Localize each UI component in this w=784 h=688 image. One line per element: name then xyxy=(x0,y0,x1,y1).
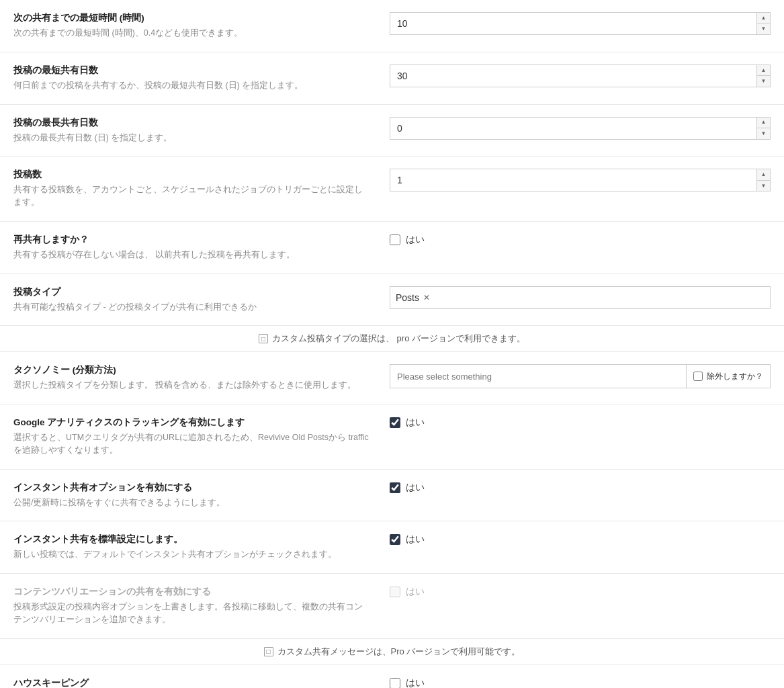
taxonomy-desc: 選択した投稿タイプを分類します。 投稿を含める、または除外するときに使用します。 xyxy=(13,379,369,392)
max-share-days-label-group: 投稿の最長共有日数 投稿の最長共有日数 (日) を指定します。 xyxy=(13,117,390,144)
min-share-days-input[interactable] xyxy=(390,64,771,87)
google-analytics-control: はい xyxy=(390,417,771,429)
min-time-desc: 次の共有までの最短時間 (時間)、0.4なども使用できます。 xyxy=(13,27,369,40)
google-analytics-checkbox-wrap: はい xyxy=(390,417,425,429)
housekeeping-checkbox-wrap: はい xyxy=(390,677,425,689)
reshare-row: 再共有しますか？ 共有する投稿が存在しない場合は、 以前共有した投稿を再共有しま… xyxy=(0,222,784,274)
instant-share-default-label-group: インスタント共有を標準設定にします。 新しい投稿では、デフォルトでインスタント共… xyxy=(13,533,390,561)
reshare-desc: 共有する投稿が存在しない場合は、 以前共有した投稿を再共有します。 xyxy=(13,249,369,261)
min-share-days-spinner: ▲ ▼ xyxy=(756,65,770,87)
max-share-days-control: ▲ ▼ xyxy=(390,117,771,140)
exclude-label[interactable]: 除外しますか？ xyxy=(707,371,763,382)
min-time-control: ▲ ▼ xyxy=(390,12,771,35)
max-share-days-row: 投稿の最長共有日数 投稿の最長共有日数 (日) を指定します。 ▲ ▼ xyxy=(0,105,784,157)
min-time-title: 次の共有までの最短時間 (時間) xyxy=(13,12,369,24)
max-share-days-up-btn[interactable]: ▲ xyxy=(757,118,770,129)
min-share-days-input-wrap: ▲ ▼ xyxy=(390,64,771,87)
housekeeping-label-group: ハウスキーピング Revive Old Postsを削除する時に、保存された設定… xyxy=(13,677,390,689)
min-time-down-btn[interactable]: ▼ xyxy=(757,24,770,35)
google-analytics-row: Google アナリティクスのトラッキングを有効にします 選択すると、UTMクエ… xyxy=(0,404,784,470)
housekeeping-row: ハウスキーピング Revive Old Postsを削除する時に、保存された設定… xyxy=(0,665,784,689)
max-share-days-input[interactable] xyxy=(390,117,771,140)
housekeeping-checkbox[interactable] xyxy=(390,678,400,689)
instant-share-default-desc: 新しい投稿では、デフォルトでインスタント共有オプションがチェックされます。 xyxy=(13,548,369,561)
post-type-tag-label: Posts xyxy=(396,292,419,303)
instant-share-desc: 公開/更新時に投稿をすぐに共有できるようにします。 xyxy=(13,497,369,509)
google-analytics-checkbox-label[interactable]: はい xyxy=(406,417,425,429)
content-variation-title: コンテンツバリエーションの共有を有効にする xyxy=(13,586,369,598)
instant-share-default-checkbox-label[interactable]: はい xyxy=(406,533,425,546)
instant-share-default-control: はい xyxy=(390,533,771,546)
post-type-label-group: 投稿タイプ 共有可能な投稿タイプ - どの投稿タイプが共有に利用できるか xyxy=(13,286,390,314)
min-share-days-title: 投稿の最短共有日数 xyxy=(13,64,369,77)
instant-share-row: インスタント共有オプションを有効にする 公開/更新時に投稿をすぐに共有できるよう… xyxy=(0,470,784,522)
post-type-row: 投稿タイプ 共有可能な投稿タイプ - どの投稿タイプが共有に利用できるか Pos… xyxy=(0,274,784,327)
taxonomy-row: タクソノミー (分類方法) 選択した投稿タイプを分類します。 投稿を含める、また… xyxy=(0,352,784,404)
settings-container: 次の共有までの最短時間 (時間) 次の共有までの最短時間 (時間)、0.4なども… xyxy=(0,0,784,688)
post-count-input[interactable] xyxy=(390,169,771,191)
instant-share-title: インスタント共有オプションを有効にする xyxy=(13,482,369,494)
google-analytics-label-group: Google アナリティクスのトラッキングを有効にします 選択すると、UTMクエ… xyxy=(13,417,390,457)
post-count-down-btn[interactable]: ▼ xyxy=(757,181,770,191)
exclude-checkbox[interactable] xyxy=(693,372,703,381)
post-type-control: Posts ✕ xyxy=(390,286,771,309)
taxonomy-exclude-btn[interactable]: 除外しますか？ xyxy=(687,364,771,388)
instant-share-control: はい xyxy=(390,482,771,494)
post-count-input-wrap: ▲ ▼ xyxy=(390,169,771,191)
google-analytics-desc: 選択すると、UTMクエリタグが共有のURLに追加されるため、Revivive O… xyxy=(13,431,369,457)
max-share-days-title: 投稿の最長共有日数 xyxy=(13,117,369,129)
min-share-days-row: 投稿の最短共有日数 何日前までの投稿を共有するか、投稿の最短共有日数 (日) を… xyxy=(0,52,784,105)
post-count-row: 投稿数 共有する投稿数を、アカウントごと、スケジュールされたジョブのトリガーごと… xyxy=(0,157,784,222)
post-type-desc: 共有可能な投稿タイプ - どの投稿タイプが共有に利用できるか xyxy=(13,301,369,314)
post-type-tag: Posts ✕ xyxy=(396,292,430,303)
instant-share-checkbox-label[interactable]: はい xyxy=(406,482,425,494)
min-time-spinner: ▲ ▼ xyxy=(756,13,770,34)
reshare-control: はい xyxy=(390,234,771,246)
content-variation-row: コンテンツバリエーションの共有を有効にする 投稿形式設定の投稿内容オプションを上… xyxy=(0,574,784,639)
instant-share-default-checkbox[interactable] xyxy=(390,534,400,545)
instant-share-default-title: インスタント共有を標準設定にします。 xyxy=(13,533,369,546)
content-variation-checkbox-label[interactable]: はい xyxy=(406,586,425,598)
min-share-days-label-group: 投稿の最短共有日数 何日前までの投稿を共有するか、投稿の最短共有日数 (日) を… xyxy=(13,64,390,92)
post-count-up-btn[interactable]: ▲ xyxy=(757,169,770,181)
housekeeping-title: ハウスキーピング xyxy=(13,677,369,689)
housekeeping-control: はい xyxy=(390,677,771,689)
post-type-tags-input[interactable]: Posts ✕ xyxy=(390,286,771,309)
pro-icon-content: □ xyxy=(264,647,273,656)
max-share-days-spinner: ▲ ▼ xyxy=(756,118,770,139)
min-time-row: 次の共有までの最短時間 (時間) 次の共有までの最短時間 (時間)、0.4なども… xyxy=(0,0,784,52)
content-variation-checkbox[interactable] xyxy=(390,587,400,597)
post-type-tag-remove[interactable]: ✕ xyxy=(423,293,430,302)
instant-share-checkbox-wrap: はい xyxy=(390,482,425,494)
housekeeping-checkbox-label[interactable]: はい xyxy=(406,677,425,689)
taxonomy-select[interactable] xyxy=(390,364,687,388)
content-variation-checkbox-wrap: はい xyxy=(390,586,425,598)
post-count-control: ▲ ▼ xyxy=(390,169,771,191)
content-variation-control: はい xyxy=(390,586,771,598)
taxonomy-control: 除外しますか？ xyxy=(390,364,771,388)
reshare-checkbox-label[interactable]: はい xyxy=(406,234,425,246)
instant-share-checkbox[interactable] xyxy=(390,482,400,493)
post-count-title: 投稿数 xyxy=(13,169,369,181)
content-variation-label-group: コンテンツバリエーションの共有を有効にする 投稿形式設定の投稿内容オプションを上… xyxy=(13,586,390,626)
min-share-days-desc: 何日前までの投稿を共有するか、投稿の最短共有日数 (日) を指定します。 xyxy=(13,79,369,92)
min-share-days-down-btn[interactable]: ▼ xyxy=(757,76,770,87)
min-share-days-up-btn[interactable]: ▲ xyxy=(757,65,770,77)
post-type-pro-notice-row: □ カスタム投稿タイプの選択は、 pro バージョンで利用できます。 xyxy=(0,326,784,352)
max-share-days-input-wrap: ▲ ▼ xyxy=(390,117,771,140)
max-share-days-down-btn[interactable]: ▼ xyxy=(757,128,770,139)
google-analytics-title: Google アナリティクスのトラッキングを有効にします xyxy=(13,417,369,429)
instant-share-default-checkbox-wrap: はい xyxy=(390,533,425,546)
min-time-input-wrap: ▲ ▼ xyxy=(390,12,771,35)
reshare-checkbox[interactable] xyxy=(390,234,400,245)
reshare-checkbox-wrap: はい xyxy=(390,234,425,246)
google-analytics-checkbox[interactable] xyxy=(390,417,400,428)
taxonomy-input-group: 除外しますか？ xyxy=(390,364,771,388)
min-time-up-btn[interactable]: ▲ xyxy=(757,13,770,24)
min-time-input[interactable] xyxy=(390,12,771,35)
content-variation-pro-notice-row: □ カスタム共有メッセージは、Pro バージョンで利用可能です。 xyxy=(0,639,784,665)
reshare-label-group: 再共有しますか？ 共有する投稿が存在しない場合は、 以前共有した投稿を再共有しま… xyxy=(13,234,390,261)
post-count-desc: 共有する投稿数を、アカウントごと、スケジュールされたジョブのトリガーごとに設定し… xyxy=(13,183,369,209)
pro-icon-post-type: □ xyxy=(259,334,268,343)
post-count-spinner: ▲ ▼ xyxy=(756,169,770,191)
